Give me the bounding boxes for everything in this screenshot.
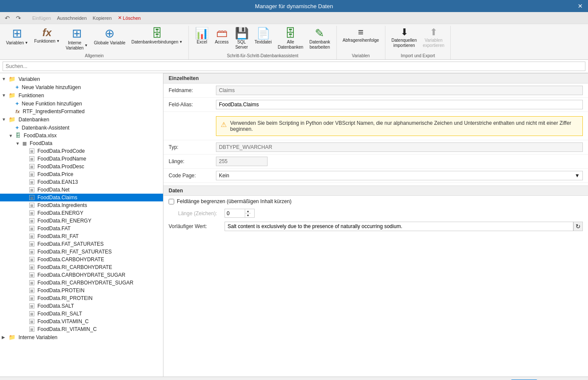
tree-item[interactable]: +Datenbank-Assistent	[0, 124, 163, 132]
variablen-button[interactable]: ⊞ Variablen▼	[3, 26, 31, 47]
sql-server-button[interactable]: 💾 SQL Server	[232, 26, 251, 52]
vorlaeufigerWert-input[interactable]	[225, 222, 573, 231]
tree-item[interactable]: ▼🗄FoodData.xlsx	[0, 132, 163, 139]
vorlaeufigerWert-button[interactable]: ↻	[573, 222, 583, 231]
tree-item[interactable]: ▦FoodData.ENERGY	[0, 209, 163, 217]
field-icon: ▦	[29, 156, 34, 161]
expand-icon[interactable]: ▼	[2, 77, 7, 81]
folder-icon: 📁	[9, 76, 15, 82]
tree-item[interactable]: ▦FoodData.RI_ENERGY	[0, 217, 163, 225]
tree-item[interactable]: ▦FoodData.RI_FAT	[0, 232, 163, 240]
tree-item[interactable]: ▦FoodData.Price	[0, 170, 163, 178]
tree-item[interactable]: ▼📁Variablen	[0, 75, 163, 83]
add-icon: +	[15, 124, 19, 131]
spinner-up[interactable]: ▲	[245, 209, 251, 213]
textdatei-icon: 📄	[256, 28, 270, 39]
tree-item[interactable]: ▦FoodData.CARBOHYDRATE_SUGAR	[0, 271, 163, 279]
loeschen-button[interactable]: ✕ Löschen	[116, 14, 143, 22]
excel-icon: 📊	[195, 28, 209, 39]
tree-item-label: FoodData.RI_VITAMIN_C	[37, 326, 97, 332]
tree-item[interactable]: ▦FoodData.ProdCode	[0, 147, 163, 155]
ribbon-main: ⊞ Variablen▼ fx Funktionen▼ ⊞ Inter	[0, 24, 588, 59]
tree-item[interactable]: ▦FoodData.ProdDesc	[0, 163, 163, 170]
tree-item[interactable]: ▦FoodData.RI_SALT	[0, 310, 163, 318]
expand-icon[interactable]: ▼	[15, 141, 21, 146]
tree-item[interactable]: ▦FoodData.RI_CARBOHYDRATE	[0, 263, 163, 271]
tree-item[interactable]: ▦FoodData.SALT	[0, 302, 163, 310]
ausschneiden-button[interactable]: Ausschneiden	[55, 15, 89, 22]
tree-item[interactable]: ▦FoodData.EAN13	[0, 178, 163, 186]
tree-item[interactable]: ▦FoodData.Ingredients	[0, 201, 163, 209]
tree-item[interactable]: ▦FoodData.RI_CARBOHYDRATE_SUGAR	[0, 279, 163, 287]
expand-icon[interactable]: ▼	[2, 93, 7, 98]
expand-icon[interactable]: ▶	[2, 335, 7, 340]
expand-icon[interactable]: ▼	[9, 133, 14, 138]
tree-item-label: FoodData.PROTEIN	[37, 287, 84, 293]
spinner-down[interactable]: ▼	[245, 213, 251, 217]
field-icon: ▦	[29, 218, 34, 223]
schritt-label: Schritt-für-Schritt-Datenbankassistent	[227, 53, 298, 59]
tree-bottom-item[interactable]: ▶📁Interne Variablen	[0, 333, 163, 341]
tree-item[interactable]: ▦FoodData.Net	[0, 186, 163, 194]
tree-item[interactable]: ▼📁Datenbanken	[0, 115, 163, 124]
close-button[interactable]: ✕	[576, 2, 585, 10]
datenbankverbindungen-button[interactable]: 🗄 Datenbankverbindungen▼	[129, 26, 185, 46]
typ-input[interactable]	[216, 142, 583, 152]
field-icon: ▦	[29, 257, 34, 262]
einfuegen-button[interactable]: Einfügen	[30, 15, 53, 22]
expand-icon[interactable]: ▼	[2, 117, 7, 122]
abfragereihenfolge-button[interactable]: ≡ Abfragereihenfolge	[340, 26, 382, 45]
typ-label: Typ:	[169, 144, 216, 150]
tree-item[interactable]: ▦FoodData.RI_FAT_SATURATES	[0, 248, 163, 256]
codepage-label: Code Page:	[169, 173, 216, 179]
feldalias-input[interactable]	[216, 100, 583, 109]
tree-item[interactable]: +Neue Variable hinzufügen	[0, 83, 163, 91]
tree-item[interactable]: ▦FoodData.ProdName	[0, 155, 163, 163]
excel-button[interactable]: 📊 Excel	[192, 26, 211, 46]
undo-button[interactable]: ↶	[3, 14, 12, 22]
variablen-ribbon-label: Variablen	[352, 53, 370, 59]
database-icon: 🗄	[15, 133, 21, 139]
variablen-exportieren-button[interactable]: ⬆ Variablen exportieren	[420, 26, 447, 50]
ribbon-group-import: ⬇ Datenquellen importieren ⬆ Variablen e…	[385, 26, 451, 59]
tree-item[interactable]: ▦FoodData.FAT	[0, 225, 163, 232]
tree-item[interactable]: ▦FoodData.RI_VITAMIN_C	[0, 325, 163, 333]
tree-item[interactable]: ▦FoodData.CARBOHYDRATE	[0, 256, 163, 263]
field-icon: ▦	[29, 288, 34, 293]
field-icon: ▦	[29, 234, 34, 239]
kopieren-button[interactable]: Kopieren	[91, 15, 114, 22]
globale-variable-button[interactable]: ⊕ Globale Variable	[91, 26, 128, 47]
add-icon: +	[15, 84, 19, 90]
interne-variablen-button[interactable]: ⊞ Interne Variablen▼	[63, 26, 90, 53]
redo-button[interactable]: ↷	[14, 14, 23, 22]
access-button[interactable]: 🗃 Access	[212, 26, 231, 46]
laenge-input[interactable]	[216, 157, 268, 166]
feldname-input[interactable]	[216, 86, 583, 95]
alle-datenbanken-button[interactable]: 🗄 Alle Datenbanken	[275, 26, 306, 52]
tree-item[interactable]: ▦FoodData.VITAMIN_C	[0, 318, 163, 325]
tree-item-label: Datenbanken	[18, 117, 49, 123]
datenbank-bearbeiten-button[interactable]: ✎ Datenbank bearbeiten	[307, 26, 332, 52]
tree-item[interactable]: fxRTF_IngredientsFormatted	[0, 108, 163, 115]
laenge-zeichen-input[interactable]	[225, 210, 245, 217]
codepage-dropdown[interactable]: Kein ▼	[216, 171, 583, 180]
search-input[interactable]	[3, 62, 585, 71]
tree-item[interactable]: +Neue Funktion hinzufügen	[0, 99, 163, 108]
search-area	[0, 60, 588, 73]
tree-item[interactable]: ▦FoodData.RI_PROTEIN	[0, 294, 163, 302]
feldlaenge-checkbox[interactable]	[169, 199, 174, 204]
daten-header: Daten	[163, 185, 588, 196]
tree-item[interactable]: ▦FoodData.Claims	[0, 194, 163, 201]
textdatei-button[interactable]: 📄 Textdatei	[252, 26, 274, 46]
tree-item[interactable]: ▦FoodData.PROTEIN	[0, 287, 163, 294]
tree-item[interactable]: ▼▦FoodData	[0, 139, 163, 147]
tree-item-label: FoodData.FAT	[37, 226, 71, 232]
field-icon: ▦	[29, 203, 34, 208]
funktionen-button[interactable]: fx Funktionen▼	[31, 26, 62, 46]
warning-icon: ⚠	[221, 120, 227, 129]
tree-item-label: Interne Variablen	[18, 334, 58, 340]
tree-item[interactable]: ▼📁Funktionen	[0, 91, 163, 99]
tree-item[interactable]: ▦FoodData.FAT_SATURATES	[0, 240, 163, 248]
datenquellen-importieren-button[interactable]: ⬇ Datenquellen importieren	[389, 26, 419, 50]
tree-item-label: FoodData.EAN13	[37, 179, 78, 185]
